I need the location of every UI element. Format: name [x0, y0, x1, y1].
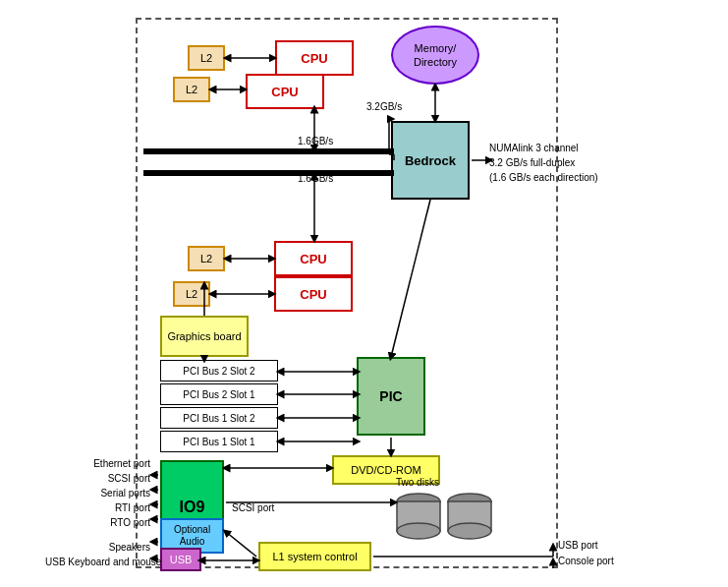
console-port-label: Console port — [558, 556, 614, 566]
l2-4-box: L2 — [173, 281, 210, 307]
memory-directory: Memory/ Directory — [391, 26, 479, 85]
speakers-label: Speakers — [84, 542, 150, 553]
pci-bus1-slot1: PCI Bus 1 Slot 1 — [160, 431, 278, 452]
rti-port-label: RTI port — [84, 502, 150, 513]
scsi-port-label: SCSI port — [232, 502, 274, 513]
graphics-board: Graphics board — [160, 316, 249, 357]
cpu4-box: CPU — [274, 276, 353, 312]
cpu2-box: CPU — [246, 74, 324, 109]
l1-box: L1 system control — [258, 542, 371, 571]
speed-16-top-label: 1.6GB/s — [298, 136, 333, 147]
svg-point-2 — [397, 523, 440, 539]
pic-box: PIC — [357, 357, 425, 436]
ethernet-port-label: Ethernet port — [67, 458, 150, 469]
speed-32-label: 3.2GB/s — [366, 101, 402, 112]
serial-ports-label: Serial ports — [77, 488, 150, 499]
bus-line-top — [143, 148, 394, 154]
cpu1-box: CPU — [275, 40, 354, 76]
pci-bus2-slot1: PCI Bus 2 Slot 1 — [160, 383, 278, 405]
l2-1-box: L2 — [188, 45, 225, 71]
diagram-container: Memory/ Directory CPU CPU L2 L2 Bedrock … — [8, 8, 715, 578]
speed-16-bottom-label: 1.6GB/s — [298, 173, 333, 184]
usb-keyboard-label: USB Keyboard and mouse — [45, 557, 150, 567]
cpu3-box: CPU — [274, 241, 353, 276]
two-disks-label: Two disks — [396, 477, 439, 488]
pci-bus2-slot2: PCI Bus 2 Slot 2 — [160, 360, 278, 382]
scsi-port-left-label: SCSI port — [82, 473, 150, 484]
usb-box: USB — [160, 548, 201, 571]
numalink-label: NUMAlink 3 channel3.2 GB/s full-duplex(1… — [489, 141, 598, 185]
bedrock-box: Bedrock — [391, 121, 470, 200]
usb-port-label: USB port — [558, 540, 598, 551]
disk-shapes — [391, 490, 499, 544]
bus-line-bottom — [143, 170, 394, 176]
pci-bus1-slot2: PCI Bus 1 Slot 2 — [160, 407, 278, 429]
l2-3-box: L2 — [188, 246, 225, 271]
rto-port-label: RTO port — [84, 517, 150, 528]
svg-point-5 — [448, 523, 491, 539]
l2-2-box: L2 — [173, 77, 210, 102]
